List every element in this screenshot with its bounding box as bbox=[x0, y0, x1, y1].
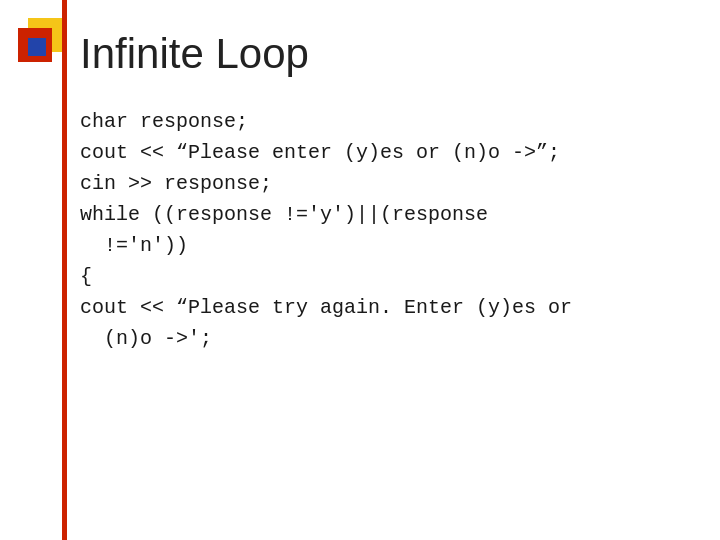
code-line-3: cin >> response; bbox=[80, 168, 700, 199]
code-line-6: { bbox=[80, 261, 700, 292]
code-line-5: !='n')) bbox=[80, 230, 700, 261]
decor-squares bbox=[18, 18, 62, 88]
code-line-4: while ((response !='y')||(response bbox=[80, 199, 700, 230]
code-line-8: (n)o ->'; bbox=[80, 323, 700, 354]
code-line-7: cout << “Please try again. Enter (y)es o… bbox=[80, 292, 700, 323]
slide-title: Infinite Loop bbox=[80, 30, 700, 78]
code-block: char response; cout << “Please enter (y)… bbox=[80, 106, 700, 354]
code-line-2: cout << “Please enter (y)es or (n)o ->”; bbox=[80, 137, 700, 168]
accent-bar bbox=[62, 0, 67, 540]
blue-square bbox=[28, 38, 46, 56]
slide: Infinite Loop char response; cout << “Pl… bbox=[0, 0, 720, 540]
code-line-1: char response; bbox=[80, 106, 700, 137]
slide-content: Infinite Loop char response; cout << “Pl… bbox=[80, 30, 700, 354]
